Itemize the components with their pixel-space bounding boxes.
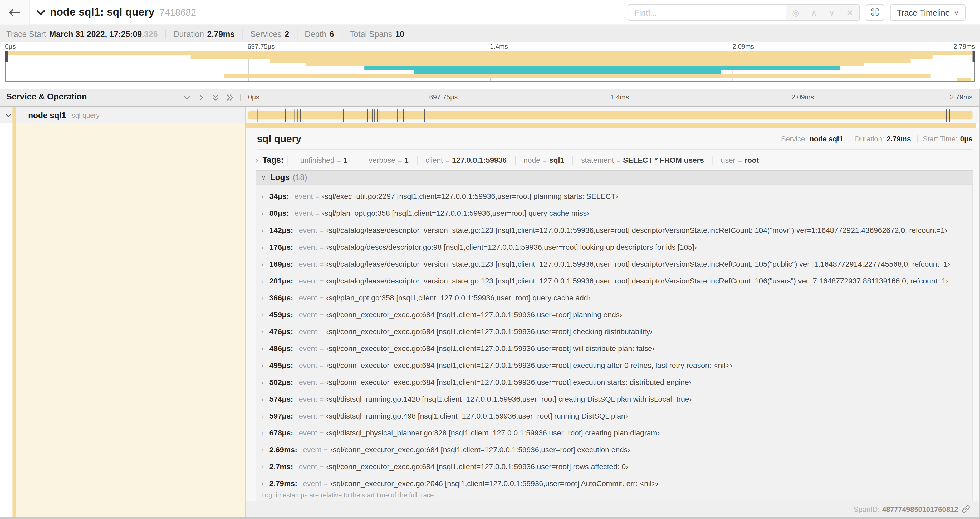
tag-item[interactable]: statement=SELECT * FROM users — [573, 156, 712, 164]
start-time-label: Start Time: — [923, 135, 958, 142]
logs-title: Logs — [270, 173, 290, 182]
log-field-key: event — [299, 361, 317, 370]
log-row[interactable]: ›486μs:event=‹sql/conn_executor_exec.go:… — [256, 340, 973, 357]
expand-one-icon[interactable] — [197, 93, 205, 102]
summary-label: Total Spans — [350, 29, 392, 38]
logs-footnote: Log timestamps are relative to the start… — [261, 491, 436, 498]
log-row[interactable]: ›2.69ms:event=‹sql/conn_executor_exec.go… — [256, 441, 973, 458]
log-row[interactable]: ›597μs:event=‹sql/distsql_running.go:498… — [256, 408, 973, 425]
log-field-value: ‹sql/conn_executor_exec.go:684 [nsql1,cl… — [326, 327, 652, 336]
log-row[interactable]: ›80μs:event=‹sql/plan_opt.go:358 [nsql1,… — [256, 205, 973, 222]
scrollbar[interactable] — [979, 89, 980, 517]
log-row[interactable]: ›574μs:event=‹sql/distsql_running.go:142… — [256, 391, 973, 408]
start-time-value: 0μs — [960, 135, 972, 142]
collapse-trace-button[interactable] — [35, 8, 46, 17]
log-row[interactable]: ›176μs:event=‹sql/catalog/descs/descript… — [256, 239, 973, 256]
tag-value: SELECT * FROM users — [623, 156, 704, 164]
equals-sign: = — [315, 210, 319, 217]
log-row[interactable]: ›34μs:event=‹sql/exec_util.go:2297 [nsql… — [256, 188, 973, 205]
span-service-name: node sql1 — [28, 110, 66, 120]
log-tick-mark — [269, 109, 269, 122]
equals-sign: = — [315, 193, 319, 200]
log-row[interactable]: ›2.79ms:event=‹sql/conn_executor_exec.go… — [256, 475, 973, 492]
log-row[interactable]: ›495μs:event=‹sql/conn_executor_exec.go:… — [256, 357, 973, 374]
log-row[interactable]: ›459μs:event=‹sql/conn_executor_exec.go:… — [256, 306, 973, 323]
log-field-key: event — [299, 327, 317, 336]
log-row[interactable]: ›678μs:event=‹sql/distsql_physical_plann… — [256, 425, 973, 441]
log-field-value: ‹sql/catalog/lease/descriptor_version_st… — [326, 277, 948, 285]
log-row[interactable]: ›189μs:event=‹sql/catalog/lease/descript… — [256, 256, 973, 272]
tag-item[interactable]: _verbose=1 — [356, 156, 417, 164]
log-tick-mark — [294, 109, 294, 122]
header-controls: ◎ ∧ ∨ ✕ ⌘ Trace Timeline ∨ — [627, 5, 966, 21]
collapse-all-icon[interactable] — [211, 93, 220, 102]
prev-result-icon[interactable]: ∧ — [811, 8, 817, 17]
log-timestamp: 34μs: — [269, 192, 289, 201]
equals-sign: = — [320, 277, 323, 284]
minimap-span-bar — [270, 59, 910, 62]
span-id-value: 4877749850101760812 — [882, 505, 958, 513]
log-row[interactable]: ›201μs:event=‹sql/catalog/lease/descript… — [256, 272, 973, 289]
span-detail-header: sql query Service: node sql1 Duration: 2… — [257, 131, 972, 147]
chevron-right-icon: › — [261, 395, 269, 403]
divider — [257, 149, 972, 149]
log-row[interactable]: ›476μs:event=‹sql/conn_executor_exec.go:… — [256, 323, 973, 340]
minimap-right-scrubber[interactable] — [972, 51, 975, 62]
locate-span-icon[interactable]: ◎ — [792, 8, 799, 17]
log-row[interactable]: ›2.7ms:event=‹sql/conn_executor_exec.go:… — [256, 458, 973, 475]
jaeger-trace-page: node sql1: sql query 7418682 ◎ ∧ ∨ ✕ ⌘ T… — [0, 0, 980, 519]
expanded-row-tint — [15, 123, 245, 517]
span-duration-bar[interactable] — [248, 111, 973, 119]
chevron-right-icon: › — [261, 277, 269, 284]
log-row[interactable]: ›142μs:event=‹sql/catalog/lease/descript… — [256, 222, 973, 239]
log-field-value: ‹sql/plan_opt.go:358 [nsql1,client=127.0… — [326, 294, 590, 302]
equals-sign: = — [337, 156, 341, 163]
span-detail-meta: Service: node sql1 Duration: 2.79ms Star… — [781, 135, 973, 142]
chevron-right-icon: › — [261, 463, 269, 471]
tag-item[interactable]: node=sql1 — [515, 156, 573, 164]
tags-accordion[interactable]: › Tags: _unfinished=1_verbose=1client=12… — [256, 152, 972, 168]
logs-section: ∨ Logs (18) ›34μs:event=‹sql/exec_util.g… — [256, 170, 973, 501]
chevron-right-icon: › — [261, 328, 269, 335]
log-field-key: event — [299, 378, 317, 386]
log-field-value: ‹sql/plan_opt.go:358 [nsql1,client=127.0… — [322, 209, 589, 217]
log-tick-mark — [397, 109, 398, 122]
log-field-value: ‹sql/exec_util.go:2297 [nsql1,client=127… — [322, 192, 618, 201]
log-tick-mark — [285, 109, 286, 122]
tag-item[interactable]: client=127.0.0.1:59936 — [417, 156, 515, 164]
clear-search-icon[interactable]: ✕ — [846, 8, 853, 17]
horizontal-scrollbar[interactable] — [0, 517, 980, 519]
find-input[interactable] — [628, 5, 786, 20]
collapse-one-icon[interactable] — [183, 93, 191, 102]
view-selector-button[interactable]: Trace Timeline ∨ — [890, 5, 966, 21]
deep-link-icon[interactable] — [962, 505, 970, 513]
keyboard-shortcuts-button[interactable]: ⌘ — [865, 5, 885, 21]
log-field-key: event — [299, 277, 317, 285]
span-row-label[interactable]: node sql1 sql query — [0, 107, 245, 123]
chevron-right-icon: › — [261, 362, 269, 369]
next-result-icon[interactable]: ∨ — [829, 8, 835, 17]
log-row[interactable]: ›502μs:event=‹sql/conn_executor_exec.go:… — [256, 374, 973, 391]
log-field-key: event — [294, 209, 313, 217]
log-tick-mark — [403, 109, 404, 122]
tag-key: _verbose — [364, 156, 395, 164]
log-tick-mark — [367, 109, 368, 122]
service-operation-title: Service & Operation — [6, 92, 87, 102]
log-timestamp: 459μs: — [269, 310, 293, 319]
log-row[interactable]: ›366μs:event=‹sql/plan_opt.go:358 [nsql1… — [256, 289, 973, 306]
minimap-left-scrubber[interactable] — [5, 51, 8, 62]
tag-item[interactable]: _unfinished=1 — [287, 156, 356, 164]
minimap-canvas[interactable] — [5, 51, 975, 82]
tag-item[interactable]: user=root — [712, 156, 767, 164]
column-resizer-grip[interactable] — [240, 94, 245, 101]
tag-key: statement — [581, 156, 614, 164]
back-button[interactable] — [0, 0, 30, 24]
span-color-stripe — [13, 123, 15, 517]
logs-accordion-header[interactable]: ∨ Logs (18) — [256, 170, 973, 185]
trace-id: 7418682 — [160, 7, 196, 18]
span-color-stripe — [13, 107, 15, 123]
equals-sign: = — [320, 463, 323, 471]
equals-sign: = — [320, 294, 323, 302]
expand-all-icon[interactable] — [226, 93, 234, 102]
log-tick-mark — [343, 109, 344, 122]
